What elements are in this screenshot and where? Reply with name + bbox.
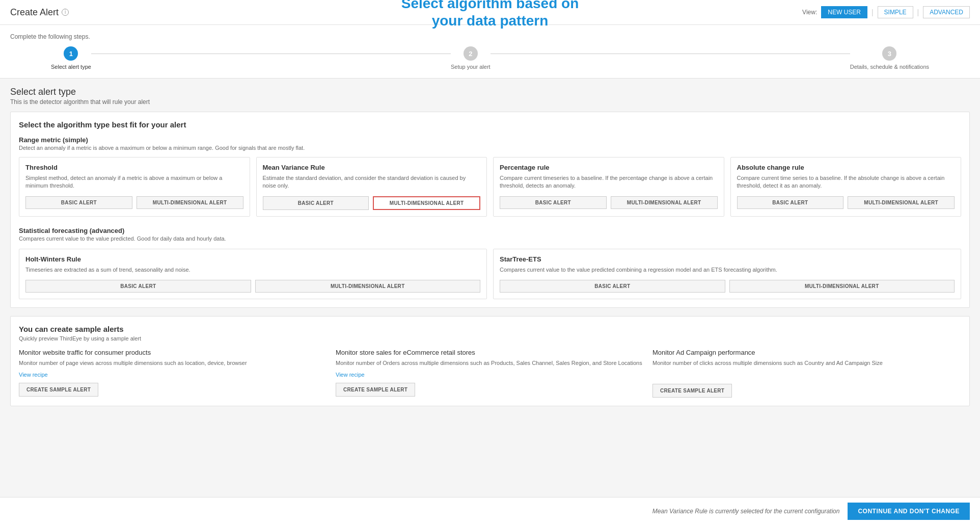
range-metric-title: Range metric (simple) [19, 136, 961, 144]
algo-mean-variance: Mean Variance Rule Estimate the standard… [256, 157, 487, 217]
view-label: View: [802, 9, 817, 16]
step-line-2 [491, 54, 850, 54]
sample-2-desc: Monitor number of Orders across multiple… [336, 359, 644, 367]
range-algo-grid: Threshold Simplest method, detect an ano… [19, 157, 961, 217]
step-1: 1 Select alert type [51, 46, 91, 70]
algorithm-card: Select the algorithm type best fit for y… [10, 112, 970, 308]
sample-3-create-btn[interactable]: CREATE SAMPLE ALERT [652, 384, 732, 398]
step-2-circle: 2 [464, 46, 478, 61]
sample-1-create-btn[interactable]: CREATE SAMPLE ALERT [19, 383, 98, 397]
view-simple-button[interactable]: SIMPLE [878, 6, 913, 18]
algo-absolute-desc: Compare current time series to a baselin… [737, 174, 955, 190]
step-3-label: Details, schedule & notifications [850, 64, 929, 70]
absolute-basic-alert-button[interactable]: BASIC ALERT [737, 196, 844, 209]
range-metric-section: Range metric (simple) Detect an anomaly … [19, 136, 961, 217]
section-subtitle: This is the detector algorithm that will… [10, 98, 970, 106]
forecasting-desc: Compares current value to the value pred… [19, 235, 961, 242]
algo-mean-variance-name: Mean Variance Rule [263, 164, 481, 171]
holt-winters-multi-alert-button[interactable]: MULTI-DIMENSIONAL ALERT [255, 280, 481, 293]
step-1-label: Select alert type [51, 64, 91, 70]
algo-absolute-change: Absolute change rule Compare current tim… [730, 157, 962, 217]
step-3: 3 Details, schedule & notifications [850, 46, 929, 70]
forecasting-algo-grid: Holt-Winters Rule Timeseries are extract… [19, 249, 961, 299]
algo-holt-winters: Holt-Winters Rule Timeseries are extract… [19, 249, 487, 299]
step-line-1 [91, 54, 451, 54]
sample-3-no-recipe [652, 372, 961, 379]
steps-container: 1 Select alert type 2 Setup your alert 3… [10, 46, 970, 70]
step-2: 2 Setup your alert [451, 46, 491, 70]
threshold-multi-alert-button[interactable]: MULTI-DIMENSIONAL ALERT [137, 196, 243, 209]
step-1-circle: 1 [64, 46, 78, 61]
view-new-user-button[interactable]: NEW USER [821, 6, 867, 18]
algo-percentage-desc: Compare current timeseries to a baseline… [500, 174, 718, 190]
threshold-basic-alert-button[interactable]: BASIC ALERT [25, 196, 132, 209]
sample-item-1: Monitor website traffic for consumer pro… [19, 349, 328, 397]
algo-holt-winters-name: Holt-Winters Rule [25, 255, 480, 263]
algo-absolute-name: Absolute change rule [737, 164, 955, 171]
sample-1-desc: Monitor number of page views across mult… [19, 359, 328, 367]
range-metric-desc: Detect an anomaly if a metric is above a… [19, 145, 961, 151]
section-header: Select alert type This is the detector a… [10, 87, 970, 106]
sample-3-name: Monitor Ad Campaign performance [652, 349, 961, 356]
sample-grid: Monitor website traffic for consumer pro… [19, 349, 961, 397]
info-icon[interactable]: i [62, 9, 69, 16]
view-divider: | [872, 8, 874, 16]
view-divider-2: | [917, 8, 919, 16]
absolute-multi-alert-button[interactable]: MULTI-DIMENSIONAL ALERT [848, 196, 955, 209]
sample-item-3: Monitor Ad Campaign performance Monitor … [652, 349, 961, 397]
algo-startree-ets-desc: Compares current value to the value pred… [500, 266, 955, 274]
section-title: Select alert type [10, 87, 970, 97]
sample-1-view-recipe[interactable]: View recipe [19, 372, 328, 378]
page-title-text: Create Alert [10, 7, 59, 18]
algo-threshold-desc: Simplest method, detect an anomaly if a … [25, 174, 243, 190]
view-switcher: View: NEW USER | SIMPLE | ADVANCED [802, 6, 970, 18]
sample-2-create-btn[interactable]: CREATE SAMPLE ALERT [336, 383, 415, 397]
page-title: Create Alert i [10, 7, 69, 18]
algorithm-card-title: Select the algorithm type best fit for y… [19, 120, 961, 129]
holt-winters-basic-alert-button[interactable]: BASIC ALERT [25, 280, 251, 293]
algo-holt-winters-buttons: BASIC ALERT MULTI-DIMENSIONAL ALERT [25, 280, 480, 293]
mean-variance-basic-alert-button[interactable]: BASIC ALERT [263, 196, 369, 210]
header-center-heading: Select algorithm based on your data patt… [401, 0, 579, 30]
sample-item-2: Monitor store sales for eCommerce retail… [336, 349, 644, 397]
algo-holt-winters-desc: Timeseries are extracted as a sum of tre… [25, 266, 480, 274]
percentage-multi-alert-button[interactable]: MULTI-DIMENSIONAL ALERT [611, 196, 718, 209]
steps-bar: Complete the following steps. 1 Select a… [0, 25, 980, 78]
algo-startree-ets-buttons: BASIC ALERT MULTI-DIMENSIONAL ALERT [500, 280, 955, 293]
sample-2-view-recipe[interactable]: View recipe [336, 372, 644, 378]
sample-2-name: Monitor store sales for eCommerce retail… [336, 349, 644, 356]
sample-1-name: Monitor website traffic for consumer pro… [19, 349, 328, 356]
startree-ets-basic-alert-button[interactable]: BASIC ALERT [500, 280, 725, 293]
algo-percentage-name: Percentage rule [500, 164, 718, 171]
algo-threshold-buttons: BASIC ALERT MULTI-DIMENSIONAL ALERT [25, 196, 243, 209]
forecasting-title: Statistical forecasting (advanced) [19, 227, 961, 234]
algo-threshold-name: Threshold [25, 164, 243, 171]
percentage-basic-alert-button[interactable]: BASIC ALERT [500, 196, 607, 209]
sample-alerts-card: You can create sample alerts Quickly pre… [10, 316, 970, 406]
algo-threshold: Threshold Simplest method, detect an ano… [19, 157, 250, 217]
view-advanced-button[interactable]: ADVANCED [923, 6, 970, 18]
sample-card-subtitle: Quickly preview ThirdEye by using a samp… [19, 335, 961, 342]
startree-ets-multi-alert-button[interactable]: MULTI-DIMENSIONAL ALERT [729, 280, 955, 293]
algo-startree-ets: StarTree-ETS Compares current value to t… [493, 249, 961, 299]
mean-variance-multi-alert-button[interactable]: MULTI-DIMENSIONAL ALERT [373, 196, 480, 210]
algo-mean-variance-buttons: BASIC ALERT MULTI-DIMENSIONAL ALERT [263, 196, 481, 210]
step-2-label: Setup your alert [451, 64, 491, 70]
steps-instruction: Complete the following steps. [10, 33, 970, 40]
algo-absolute-buttons: BASIC ALERT MULTI-DIMENSIONAL ALERT [737, 196, 955, 209]
header: Create Alert i Select algorithm based on… [0, 0, 980, 25]
forecasting-section: Statistical forecasting (advanced) Compa… [19, 227, 961, 299]
main-heading: Select algorithm based on your data patt… [401, 0, 579, 30]
algo-percentage-rule: Percentage rule Compare current timeseri… [493, 157, 724, 217]
sample-card-title: You can create sample alerts [19, 325, 961, 333]
step-3-circle: 3 [882, 46, 896, 61]
algo-startree-ets-name: StarTree-ETS [500, 255, 955, 263]
algo-percentage-buttons: BASIC ALERT MULTI-DIMENSIONAL ALERT [500, 196, 718, 209]
main-content: Select alert type This is the detector a… [0, 78, 980, 445]
sample-3-desc: Monitor number of clicks across multiple… [652, 359, 961, 367]
algo-mean-variance-desc: Estimate the standard deviation, and con… [263, 174, 481, 190]
